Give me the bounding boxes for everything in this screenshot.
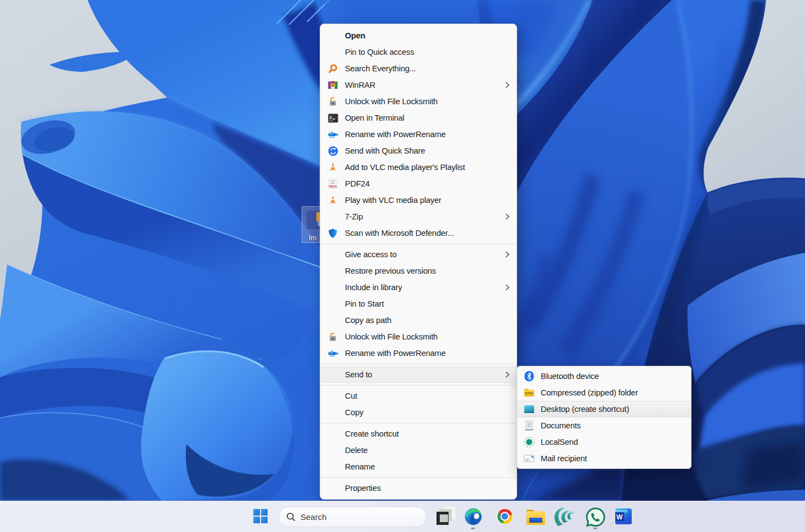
svg-text:PDF24: PDF24: [329, 185, 337, 188]
svg-text:W: W: [616, 513, 623, 521]
